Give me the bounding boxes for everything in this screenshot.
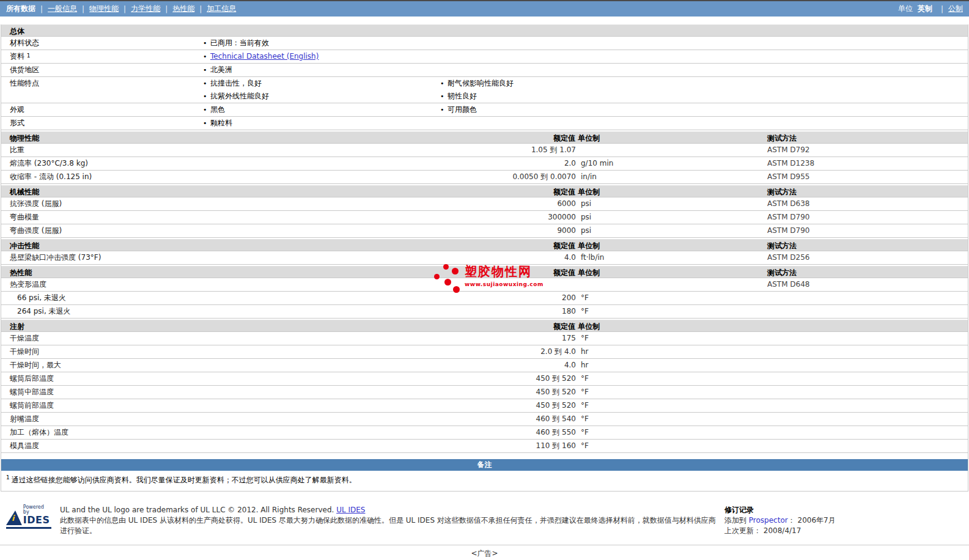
datasheet-link[interactable]: Technical Datasheet (English) — [210, 52, 319, 61]
property-value: 1.05 到 1.07 — [478, 144, 576, 157]
prospector-link[interactable]: Prospector — [749, 516, 788, 525]
column-gap — [576, 386, 581, 399]
property-label: 干燥温度 — [10, 332, 478, 345]
table-row: 热变形温度 ASTM D648 — [1, 278, 968, 292]
bullet-text: 韧性良好 — [448, 92, 477, 100]
nav-separator: | — [165, 5, 168, 13]
bullet-icon: • — [440, 90, 448, 103]
table-row: 螺筒后部温度450 到 520 °F — [1, 372, 968, 386]
column-gap — [576, 144, 581, 157]
column-gap — [576, 251, 581, 264]
ides-triangle-icon: i — [6, 510, 22, 525]
bullet-icon: • — [203, 50, 210, 63]
row-label: 资料 1 — [10, 50, 203, 63]
method-header: 测试方法 — [762, 267, 968, 279]
nav-separator: | — [199, 5, 202, 13]
nav-item-4[interactable]: 热性能 — [172, 4, 194, 14]
property-unit: °F — [581, 305, 762, 318]
bullet-icon: • — [203, 37, 210, 50]
bullet-text: 黑色 — [210, 105, 225, 114]
property-unit: hr — [581, 345, 762, 358]
property-unit: °F — [581, 426, 762, 439]
table-row: 干燥温度175 °F — [1, 332, 968, 345]
row-label: 性能特点 — [10, 77, 203, 103]
row-label: 材料状态 — [10, 37, 203, 50]
property-label: 模具温度 — [10, 440, 478, 452]
method-header: 测试方法 — [762, 240, 968, 252]
property-label: 264 psi, 未退火 — [10, 305, 478, 318]
property-value: 450 到 520 — [478, 399, 576, 412]
column-gap — [576, 211, 581, 224]
bullet-column-1: •北美洲 — [203, 64, 440, 76]
ul-ides-link[interactable]: UL IDES — [336, 506, 365, 514]
property-label: 66 psi, 未退火 — [10, 292, 478, 304]
bullet-item: •耐气候影响性能良好 — [440, 77, 968, 90]
section-header: 热性能额定值 单位制测试方法塑胶物性网www.sujiaowuxing.com — [1, 266, 968, 278]
bullet-item: •已商用：当前有效 — [203, 37, 440, 50]
column-gap — [576, 197, 581, 210]
revision-updated-row: 上次更新： 2008/4/17 — [724, 526, 963, 536]
property-unit: in/in — [581, 171, 762, 183]
property-method: ASTM D1238 — [762, 157, 968, 170]
property-method: ASTM D648 — [762, 278, 968, 291]
property-method: ASTM D790 — [762, 224, 968, 237]
property-value: 2.0 到 4.0 — [478, 345, 576, 358]
property-value: 0.0050 到 0.0070 — [478, 171, 576, 183]
property-value: 2.0 — [478, 157, 576, 170]
units-metric-link[interactable]: 公制 — [948, 4, 963, 14]
property-method — [762, 359, 968, 372]
nav-item-0: 所有数据 — [6, 4, 35, 14]
revision-record: 修订记录 添加到 Prospector： 2006年7月 上次更新： 2008/… — [724, 505, 963, 536]
column-gap — [576, 345, 581, 358]
value-unit-header: 额定值 单位制 — [478, 267, 762, 279]
property-method — [762, 399, 968, 412]
property-unit: psi — [581, 211, 762, 224]
bullet-column-2: •可用颜色 — [440, 103, 968, 116]
property-value: 6000 — [478, 197, 576, 210]
property-unit: g/10 min — [581, 157, 762, 170]
row-label: 供货地区 — [10, 64, 203, 76]
nav-item-2[interactable]: 物理性能 — [89, 4, 119, 14]
bullet-column-2 — [440, 37, 968, 50]
nav-item-1[interactable]: 一般信息 — [48, 4, 77, 14]
property-unit: °F — [581, 386, 762, 399]
section-header: 冲击性能额定值 单位制测试方法 — [1, 239, 968, 251]
bullet-column-2 — [440, 64, 968, 76]
table-row: 弯曲强度 (屈服)9000 psiASTM D790 — [1, 224, 968, 238]
column-gap — [576, 171, 581, 183]
nav-item-5[interactable]: 加工信息 — [207, 4, 236, 14]
property-unit: °F — [581, 399, 762, 412]
bullet-column-1: •抗撞击性，良好•抗紫外线性能良好 — [203, 77, 440, 103]
property-label: 收缩率 - 流动 (0.125 in) — [10, 171, 478, 183]
property-unit: psi — [581, 197, 762, 210]
property-method — [762, 426, 968, 439]
ides-logo[interactable]: i Powered by IDES — [6, 505, 51, 529]
property-value: 450 到 520 — [478, 372, 576, 385]
property-label: 悬壁梁缺口冲击强度 (73°F) — [10, 251, 478, 264]
section-header-general: 总体 — [1, 24, 968, 37]
bullet-item: •颗粒料 — [203, 117, 440, 130]
table-row: 干燥时间，最大4.0 hr — [1, 359, 968, 372]
property-label: 射嘴温度 — [10, 413, 478, 426]
property-unit — [581, 278, 762, 291]
property-unit: hr — [581, 359, 762, 372]
bullet-icon: • — [203, 90, 210, 103]
row-label-text: 外观 — [10, 105, 24, 114]
property-method — [762, 345, 968, 358]
property-label: 螺筒中部温度 — [10, 386, 478, 399]
section-header: 机械性能额定值 单位制测试方法 — [1, 185, 968, 197]
property-method — [762, 305, 968, 318]
bullet-item: •可用颜色 — [440, 103, 968, 116]
table-body: 总体材料状态•已商用：当前有效资料 1•Technical Datasheet … — [1, 24, 968, 453]
table-row: 加工（熔体）温度460 到 550 °F — [1, 426, 968, 440]
nav-item-3[interactable]: 力学性能 — [131, 4, 160, 14]
revision-title: 修订记录 — [724, 505, 963, 515]
table-row: 干燥时间2.0 到 4.0 hr — [1, 345, 968, 359]
value-unit-header: 额定值 单位制 — [478, 240, 762, 252]
property-value: 175 — [478, 332, 576, 345]
footnote-marker: 1 — [6, 474, 10, 481]
property-method — [762, 332, 968, 345]
bullet-column-2 — [440, 117, 968, 130]
property-unit — [581, 144, 762, 157]
bullet-text: 已商用：当前有效 — [210, 39, 269, 47]
